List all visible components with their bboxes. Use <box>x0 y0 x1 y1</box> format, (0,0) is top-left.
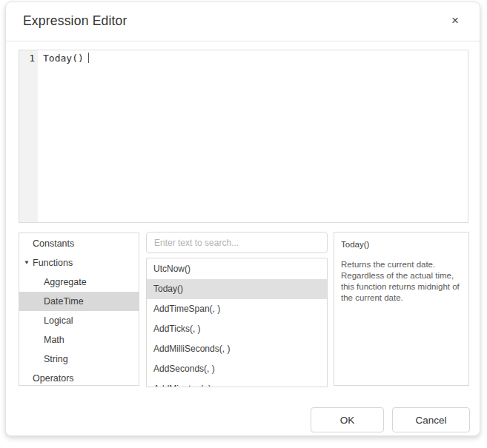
description-text: Returns the current date. Regardless of … <box>341 259 462 304</box>
expression-code-editor[interactable]: 1 Today() <box>19 50 468 223</box>
tree-item-math[interactable]: Math <box>19 330 139 350</box>
editor-gutter: 1 <box>19 50 38 222</box>
search-input[interactable] <box>146 232 328 253</box>
tree-item-label: Aggregate <box>44 277 87 287</box>
tree-item-label: DateTime <box>44 296 84 307</box>
category-tree: Constants▼FunctionsAggregateDateTimeLogi… <box>19 233 139 386</box>
line-number: 1 <box>19 50 38 64</box>
text-cursor-icon <box>88 53 89 63</box>
function-list-item[interactable]: AddTicks(, ) <box>147 319 327 339</box>
ok-button[interactable]: OK <box>311 407 384 432</box>
function-list-item[interactable]: AddSeconds(, ) <box>147 359 327 379</box>
tree-item-string[interactable]: String <box>19 350 139 369</box>
tree-item-label: Constants <box>33 238 74 249</box>
editor-code-area[interactable]: Today() <box>38 50 468 222</box>
function-list-item[interactable]: AddTimeSpan(, ) <box>147 299 327 319</box>
expression-text: Today() <box>43 53 84 64</box>
tree-item-label: Functions <box>33 258 73 268</box>
tree-item-aggregate[interactable]: Aggregate <box>19 273 139 292</box>
function-list-item[interactable]: AddMilliSeconds(, ) <box>147 339 327 359</box>
description-title: Today() <box>341 240 462 249</box>
function-list-item[interactable]: Today() <box>147 279 327 299</box>
dialog-titlebar: Expression Editor × <box>6 2 480 41</box>
close-icon[interactable]: × <box>447 13 463 29</box>
function-list-item[interactable]: AddMinutes(, ) <box>147 379 327 387</box>
function-list: UtcNow()Today()AddTimeSpan(, )AddTicks(,… <box>146 258 328 387</box>
tree-item-logical[interactable]: Logical <box>19 311 139 330</box>
description-panel: Today() Returns the current date. Regard… <box>334 232 469 386</box>
expand-arrow-icon[interactable]: ▼ <box>24 253 30 273</box>
tree-item-label: String <box>44 354 68 364</box>
tree-item-label: Math <box>44 335 64 345</box>
cancel-button[interactable]: Cancel <box>392 407 470 432</box>
tree-item-operators[interactable]: Operators <box>19 369 139 386</box>
tree-item-constants[interactable]: Constants <box>19 234 139 253</box>
expression-editor-dialog: Expression Editor × 1 Today() Constants▼… <box>5 1 480 436</box>
dialog-title: Expression Editor <box>23 13 127 29</box>
tree-item-label: Logical <box>44 315 73 326</box>
tree-item-functions[interactable]: ▼Functions <box>19 253 139 273</box>
function-list-item[interactable]: UtcNow() <box>147 259 327 279</box>
tree-item-datetime[interactable]: DateTime <box>19 292 139 311</box>
tree-item-label: Operators <box>33 373 74 384</box>
